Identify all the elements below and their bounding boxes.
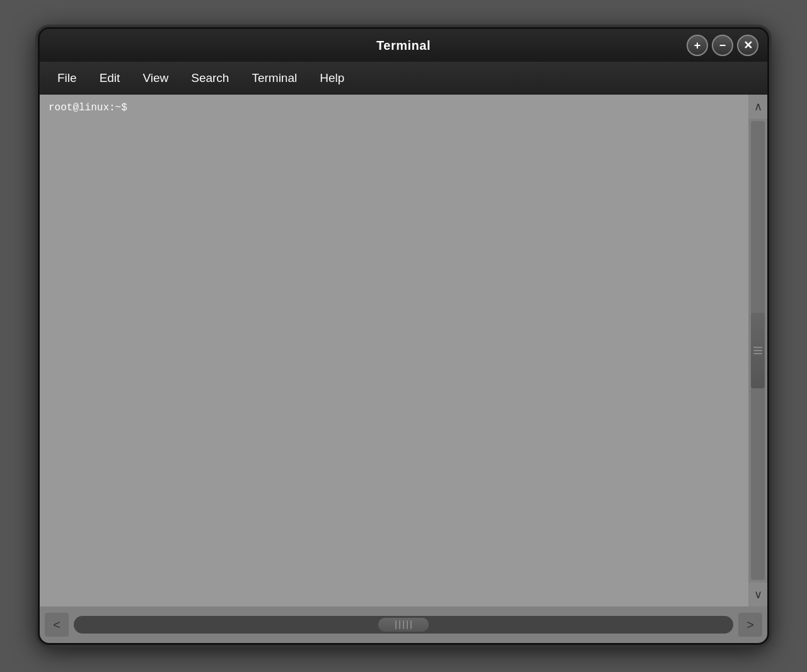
window-title: Terminal — [376, 38, 431, 53]
menu-file[interactable]: File — [46, 67, 88, 89]
terminal-prompt: root@linux:~$ — [49, 102, 127, 113]
scroll-left-button[interactable]: < — [45, 613, 69, 637]
scroll-down-button[interactable]: ∨ — [748, 582, 767, 606]
scroll-track-vertical[interactable] — [751, 121, 765, 580]
terminal-body[interactable]: root@linux:~$ — [40, 95, 748, 606]
scroll-thumb-vertical[interactable] — [751, 313, 765, 388]
menu-terminal[interactable]: Terminal — [240, 67, 308, 89]
scroll-up-arrow-icon: ∧ — [754, 100, 762, 113]
grip-line-3 — [753, 353, 762, 354]
scroll-thumb-horizontal[interactable] — [378, 618, 429, 632]
scroll-track-horizontal[interactable] — [74, 616, 733, 634]
h-grip-line-3 — [403, 620, 404, 629]
terminal-window: Terminal + − ✕ File Edit View Search Ter… — [38, 27, 769, 645]
scroll-right-button[interactable]: > — [738, 613, 762, 637]
grip-line-1 — [753, 347, 762, 348]
menu-edit[interactable]: Edit — [88, 67, 132, 89]
h-grip-line-4 — [407, 620, 408, 629]
add-tab-button[interactable]: + — [687, 35, 708, 56]
scroll-left-arrow-icon: < — [53, 618, 61, 632]
vertical-scrollbar: ∧ ∨ — [748, 95, 767, 606]
minimize-button[interactable]: − — [712, 35, 733, 56]
title-bar: Terminal + − ✕ — [40, 29, 767, 62]
scroll-down-arrow-icon: ∨ — [754, 588, 762, 601]
close-button[interactable]: ✕ — [737, 35, 758, 56]
menu-search[interactable]: Search — [180, 67, 240, 89]
h-grip-line-5 — [410, 620, 412, 629]
h-grip-line-1 — [395, 620, 397, 629]
content-area: root@linux:~$ ∧ ∨ — [40, 95, 767, 606]
menu-bar: File Edit View Search Terminal Help — [40, 62, 767, 95]
menu-view[interactable]: View — [131, 67, 180, 89]
menu-help[interactable]: Help — [308, 67, 356, 89]
scroll-up-button[interactable]: ∧ — [748, 95, 767, 119]
scroll-right-arrow-icon: > — [746, 618, 754, 632]
grip-line-2 — [753, 350, 762, 351]
h-grip-line-2 — [399, 620, 400, 629]
horizontal-scrollbar-area: < > — [40, 606, 767, 643]
window-controls: + − ✕ — [687, 35, 758, 56]
